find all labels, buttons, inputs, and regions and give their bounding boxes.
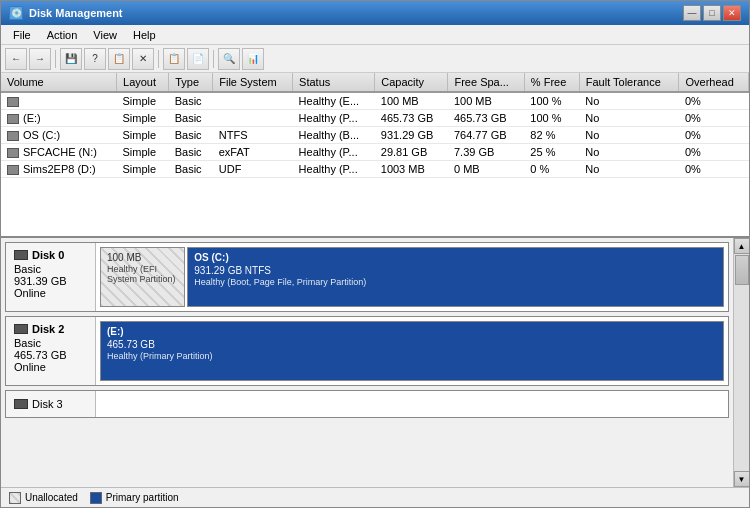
scrollbar-thumb[interactable] xyxy=(735,255,749,285)
disk-partitions: (E:)465.73 GBHealthy (Primary Partition) xyxy=(96,317,728,385)
app-icon: 💿 xyxy=(9,6,23,20)
window-controls: — □ ✕ xyxy=(683,5,741,21)
volume-table-area: Volume Layout Type File System Status Ca… xyxy=(1,73,749,238)
disk-icon-row: Disk 2 xyxy=(14,323,87,335)
partition-block[interactable]: (E:)465.73 GBHealthy (Primary Partition) xyxy=(100,321,724,381)
disk-label: Disk 0Basic931.39 GBOnline xyxy=(6,243,96,311)
back-button[interactable]: ← xyxy=(5,48,27,70)
disk-list: Disk 0Basic931.39 GBOnline100 MBHealthy … xyxy=(1,238,733,487)
unallocated-swatch xyxy=(9,492,21,504)
col-layout[interactable]: Layout xyxy=(117,73,169,92)
disk-id-text: Disk 2 xyxy=(32,323,64,335)
legend-unallocated: Unallocated xyxy=(9,492,78,504)
window-title: Disk Management xyxy=(29,7,123,19)
col-free[interactable]: Free Spa... xyxy=(448,73,524,92)
disk-id-label: Disk 3 xyxy=(32,398,63,410)
toolbar-separator-1 xyxy=(55,50,56,68)
partition-status: Healthy (EFI System Partition) xyxy=(107,264,178,284)
disk-label: Disk 3 xyxy=(6,391,96,417)
partition-size: 465.73 GB xyxy=(107,339,717,350)
disk-row: Disk 0Basic931.39 GBOnline100 MBHealthy … xyxy=(5,242,729,312)
col-volume[interactable]: Volume xyxy=(1,73,117,92)
minimize-button[interactable]: — xyxy=(683,5,701,21)
primary-swatch xyxy=(90,492,102,504)
vertical-scrollbar[interactable]: ▲ ▼ xyxy=(733,238,749,487)
disk-row-stub: Disk 3 xyxy=(5,390,729,418)
copy-button[interactable]: 📋 xyxy=(163,48,185,70)
volume-icon xyxy=(7,114,19,124)
scroll-up-button[interactable]: ▲ xyxy=(734,238,750,254)
toolbar: ← → 💾 ? 📋 ✕ 📋 📄 🔍 📊 xyxy=(1,45,749,73)
menu-help[interactable]: Help xyxy=(125,27,164,42)
disk-size-text: 931.39 GB xyxy=(14,275,87,287)
disk-drive-icon xyxy=(14,324,28,334)
partition-status: Healthy (Boot, Page File, Primary Partit… xyxy=(194,277,717,287)
close-button[interactable]: ✕ xyxy=(723,5,741,21)
col-fs[interactable]: File System xyxy=(213,73,293,92)
disk-type-text: Basic xyxy=(14,337,87,349)
main-window: 💿 Disk Management — □ ✕ File Action View… xyxy=(0,0,750,508)
title-bar: 💿 Disk Management — □ ✕ xyxy=(1,1,749,25)
search-button[interactable]: 🔍 xyxy=(218,48,240,70)
disk-button[interactable]: 💾 xyxy=(60,48,82,70)
main-content: Volume Layout Type File System Status Ca… xyxy=(1,73,749,507)
legend-primary: Primary partition xyxy=(90,492,179,504)
properties-button[interactable]: 📋 xyxy=(108,48,130,70)
col-pctfree[interactable]: % Free xyxy=(524,73,579,92)
partition-name: OS (C:) xyxy=(194,252,717,263)
maximize-button[interactable]: □ xyxy=(703,5,721,21)
volume-icon xyxy=(7,131,19,141)
help-button[interactable]: ? xyxy=(84,48,106,70)
delete-button[interactable]: ✕ xyxy=(132,48,154,70)
col-status[interactable]: Status xyxy=(293,73,375,92)
table-row[interactable]: Sims2EP8 (D:)SimpleBasicUDFHealthy (P...… xyxy=(1,161,749,178)
unallocated-label: Unallocated xyxy=(25,492,78,503)
volume-icon xyxy=(7,148,19,158)
partition-size: 931.29 GB NTFS xyxy=(194,265,717,276)
view-button[interactable]: 📊 xyxy=(242,48,264,70)
toolbar-separator-2 xyxy=(158,50,159,68)
menu-bar: File Action View Help xyxy=(1,25,749,45)
volume-table: Volume Layout Type File System Status Ca… xyxy=(1,73,749,178)
table-row[interactable]: SimpleBasicHealthy (E...100 MB100 MB100 … xyxy=(1,92,749,110)
disk-visual-container: Disk 0Basic931.39 GBOnline100 MBHealthy … xyxy=(1,238,749,487)
table-row[interactable]: OS (C:)SimpleBasicNTFSHealthy (B...931.2… xyxy=(1,127,749,144)
table-row[interactable]: SFCACHE (N:)SimpleBasicexFATHealthy (P..… xyxy=(1,144,749,161)
col-overhead[interactable]: Overhead xyxy=(679,73,749,92)
disk-partitions: 100 MBHealthy (EFI System Partition)OS (… xyxy=(96,243,728,311)
scroll-down-button[interactable]: ▼ xyxy=(734,471,750,487)
disk-status-text: Online xyxy=(14,287,87,299)
disk-icon-row: Disk 0 xyxy=(14,249,87,261)
volume-icon xyxy=(7,97,19,107)
title-bar-left: 💿 Disk Management xyxy=(9,6,123,20)
disk-label: Disk 2Basic465.73 GBOnline xyxy=(6,317,96,385)
menu-view[interactable]: View xyxy=(85,27,125,42)
disk-id-text: Disk 0 xyxy=(32,249,64,261)
legend-bar: Unallocated Primary partition xyxy=(1,487,749,507)
toolbar-separator-3 xyxy=(213,50,214,68)
paste-button[interactable]: 📄 xyxy=(187,48,209,70)
forward-button[interactable]: → xyxy=(29,48,51,70)
volume-icon xyxy=(7,165,19,175)
menu-file[interactable]: File xyxy=(5,27,39,42)
scrollbar-track[interactable] xyxy=(734,254,749,471)
partition-block[interactable]: 100 MBHealthy (EFI System Partition) xyxy=(100,247,185,307)
col-capacity[interactable]: Capacity xyxy=(375,73,448,92)
table-header-row: Volume Layout Type File System Status Ca… xyxy=(1,73,749,92)
primary-label: Primary partition xyxy=(106,492,179,503)
disk-row: Disk 2Basic465.73 GBOnline(E:)465.73 GBH… xyxy=(5,316,729,386)
col-type[interactable]: Type xyxy=(169,73,213,92)
partition-block[interactable]: OS (C:)931.29 GB NTFSHealthy (Boot, Page… xyxy=(187,247,724,307)
disk-type-text: Basic xyxy=(14,263,87,275)
table-row[interactable]: (E:)SimpleBasicHealthy (P...465.73 GB465… xyxy=(1,110,749,127)
disk-status-text: Online xyxy=(14,361,87,373)
disk-drive-icon xyxy=(14,250,28,260)
partition-name: (E:) xyxy=(107,326,717,337)
partition-status: Healthy (Primary Partition) xyxy=(107,351,717,361)
disk-size-text: 465.73 GB xyxy=(14,349,87,361)
partition-size: 100 MB xyxy=(107,252,178,263)
col-fault[interactable]: Fault Tolerance xyxy=(579,73,679,92)
menu-action[interactable]: Action xyxy=(39,27,86,42)
disk-icon xyxy=(14,399,28,409)
